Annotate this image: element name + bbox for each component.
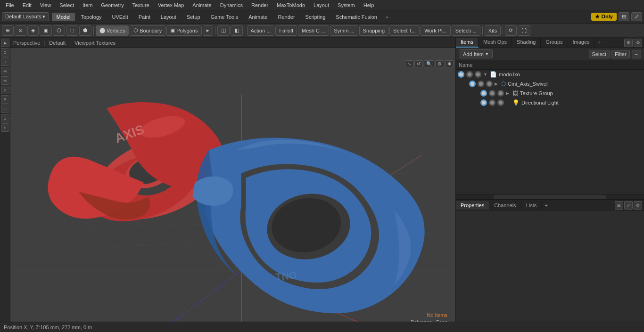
item-vis-render-2[interactable] bbox=[486, 81, 493, 87]
item-expand-2[interactable]: ▶ bbox=[495, 81, 499, 86]
tab-mesh-ops[interactable]: Mesh Ops bbox=[479, 38, 512, 48]
tab-groups[interactable]: Groups bbox=[541, 38, 568, 48]
tool-snap[interactable]: ◈ bbox=[27, 25, 39, 36]
menu-vertex-map[interactable]: Vertex Map bbox=[154, 1, 188, 9]
layout-plus[interactable]: + bbox=[383, 13, 391, 21]
props-icon-1[interactable]: ⊞ bbox=[615, 201, 623, 210]
select-tool-btn[interactable]: Select T... bbox=[389, 25, 420, 36]
tab-lists[interactable]: Lists bbox=[521, 201, 542, 210]
menu-view[interactable]: View bbox=[36, 1, 55, 9]
item-vis-render-1[interactable] bbox=[475, 71, 481, 78]
sidebar-tool-5[interactable]: M bbox=[1, 76, 9, 85]
menu-file[interactable]: File bbox=[2, 1, 18, 9]
tab-channels[interactable]: Channels bbox=[489, 201, 521, 210]
sidebar-tool-1[interactable]: ▶ bbox=[1, 39, 9, 47]
layout-tab-schematic[interactable]: Schematic Fusion bbox=[331, 13, 381, 21]
menu-help[interactable]: Help bbox=[360, 1, 378, 9]
vp-btn-2[interactable]: ↺ bbox=[414, 60, 423, 67]
vp-btn-5[interactable]: ✱ bbox=[445, 60, 454, 67]
layout-tab-gametools[interactable]: Game Tools bbox=[206, 13, 243, 21]
menu-select[interactable]: Select bbox=[56, 1, 78, 9]
tool-origin[interactable]: ⊕ bbox=[2, 25, 14, 36]
menu-edit[interactable]: Edit bbox=[19, 1, 35, 9]
sidebar-tool-7[interactable]: P bbox=[1, 95, 9, 104]
items-scrollbar[interactable] bbox=[456, 194, 644, 199]
menu-dynamics[interactable]: Dynamics bbox=[216, 1, 247, 9]
item-texture-group[interactable]: ▶ 🖼 Texture Group bbox=[467, 89, 644, 98]
item-vis-1[interactable] bbox=[458, 71, 464, 78]
work-plane-btn[interactable]: Work Pl... bbox=[421, 25, 450, 36]
sidebar-tool-10[interactable]: F bbox=[1, 123, 9, 132]
menu-geometry[interactable]: Geometry bbox=[97, 1, 127, 9]
item-vis-lock-1[interactable] bbox=[466, 71, 473, 78]
props-icon-2[interactable]: ⤢ bbox=[624, 201, 633, 210]
sidebar-tool-3[interactable]: D bbox=[1, 57, 9, 66]
layout-tab-paint[interactable]: Paint bbox=[134, 13, 155, 21]
item-vis-render-3[interactable] bbox=[497, 90, 504, 97]
tool-globe[interactable]: ⊙ bbox=[15, 25, 26, 36]
item-dir-light[interactable]: 💡 Directional Light bbox=[467, 98, 644, 107]
props-icon-3[interactable]: ⚙ bbox=[634, 201, 642, 210]
viewport-canvas[interactable]: X Y Z bbox=[10, 48, 455, 322]
fullscreen-btn[interactable]: ⛶ bbox=[518, 25, 530, 36]
tab-items[interactable]: Items bbox=[456, 38, 479, 48]
menu-texture[interactable]: Texture bbox=[129, 1, 153, 9]
tab-properties[interactable]: Properties bbox=[456, 201, 489, 210]
add-item-button[interactable]: Add Item ▾ bbox=[459, 49, 493, 58]
layout-tab-layout[interactable]: Layout bbox=[156, 13, 181, 21]
sidebar-tool-8[interactable]: C bbox=[1, 105, 9, 113]
symmetry-btn[interactable]: Symm ... bbox=[330, 25, 358, 36]
mode-boundary[interactable]: ⬡ Boundary bbox=[130, 25, 165, 36]
sidebar-tool-4[interactable]: M bbox=[1, 67, 9, 75]
layout-expand-btn[interactable]: ⤢ bbox=[631, 12, 642, 21]
tool-ring[interactable]: ◌ bbox=[66, 25, 78, 36]
vp-btn-1[interactable]: ⤡ bbox=[405, 60, 413, 67]
tab-images[interactable]: Images bbox=[568, 38, 595, 48]
layout-tab-setup[interactable]: Setup bbox=[182, 13, 205, 21]
layout-tab-scripting[interactable]: Scripting bbox=[301, 13, 330, 21]
tool-hex[interactable]: ⬡ bbox=[53, 25, 65, 36]
menu-layout[interactable]: Layout bbox=[310, 1, 333, 9]
items-filter-btn[interactable]: Filter bbox=[611, 50, 629, 58]
item-vis-lock-4[interactable] bbox=[489, 99, 495, 106]
mode-screen[interactable]: ◫ bbox=[217, 25, 230, 36]
tool-shape[interactable]: ⬟ bbox=[79, 25, 91, 36]
items-select-btn[interactable]: Select bbox=[589, 50, 610, 58]
sidebar-tool-2[interactable]: D bbox=[1, 48, 9, 57]
menu-maxtomode[interactable]: MaxToModo bbox=[273, 1, 309, 9]
tab-shading[interactable]: Shading bbox=[512, 38, 541, 48]
layout-tab-uvedit[interactable]: UVEdit bbox=[107, 13, 133, 21]
vp-btn-4[interactable]: ⚙ bbox=[435, 60, 444, 67]
layout-tab-animate[interactable]: Animate bbox=[244, 13, 272, 21]
item-cmi-axis[interactable]: ▶ ⬡ Cmi_Axis_Swivel bbox=[462, 79, 644, 89]
item-vis-4[interactable] bbox=[480, 99, 487, 106]
layout-tab-model[interactable]: Model bbox=[52, 13, 75, 21]
items-list[interactable]: ▼ 📄 modo.lxo ▶ ⬡ Cmi_Axis_Swivel bbox=[456, 70, 644, 194]
item-vis-lock-2[interactable] bbox=[478, 81, 484, 87]
sidebar-tool-6[interactable]: E bbox=[1, 86, 9, 94]
snapping-btn[interactable]: Snapping bbox=[359, 25, 389, 36]
mode-expand[interactable]: ▸ bbox=[203, 25, 213, 36]
mode-view[interactable]: ◧ bbox=[231, 25, 243, 36]
item-vis-3[interactable] bbox=[480, 90, 487, 97]
layout-tab-render[interactable]: Render bbox=[273, 13, 299, 21]
action-btn[interactable]: Action ... bbox=[247, 25, 275, 36]
item-expand-1[interactable]: ▼ bbox=[483, 72, 488, 77]
layout-dropdown[interactable]: Default Layouts ▾ bbox=[2, 12, 49, 21]
items-panel-icon1[interactable]: ⊞ bbox=[624, 39, 633, 47]
items-tab-plus[interactable]: + bbox=[595, 38, 603, 48]
rotate-view-btn[interactable]: ⟳ bbox=[505, 25, 517, 36]
mesh-btn[interactable]: Mesh C ... bbox=[298, 25, 329, 36]
menu-animate[interactable]: Animate bbox=[189, 1, 215, 9]
item-vis-render-4[interactable] bbox=[497, 99, 504, 106]
items-minus-btn[interactable]: − bbox=[632, 50, 641, 58]
layout-tab-topology[interactable]: Topology bbox=[76, 13, 106, 21]
tool-box[interactable]: ▣ bbox=[40, 25, 52, 36]
item-vis-lock-3[interactable] bbox=[489, 90, 495, 97]
menu-item[interactable]: Item bbox=[79, 1, 96, 9]
mode-vertices[interactable]: ⬤ Vertices bbox=[96, 25, 129, 36]
item-expand-3[interactable]: ▶ bbox=[506, 91, 511, 96]
sidebar-tool-9[interactable]: U bbox=[1, 114, 9, 122]
viewport[interactable]: Perspective | Default | Viewport Texture… bbox=[10, 38, 455, 322]
layout-grid-btn[interactable]: ⊞ bbox=[619, 12, 629, 21]
